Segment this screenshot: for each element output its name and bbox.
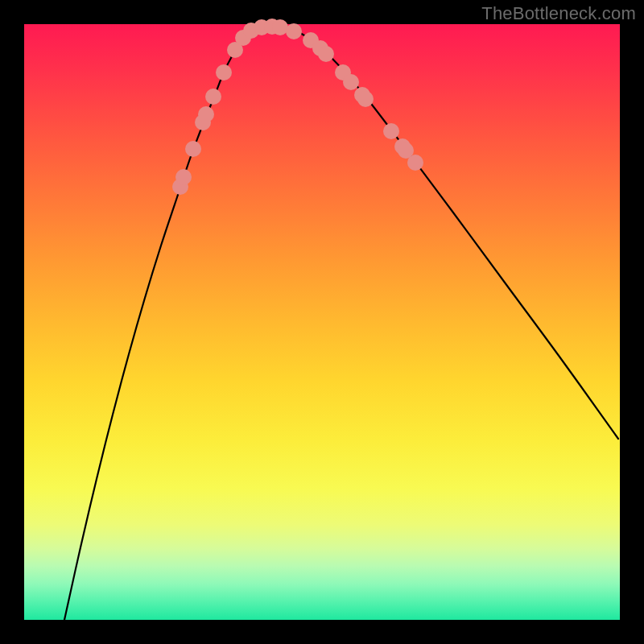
bottleneck-curve	[64, 27, 618, 620]
curve-marker	[357, 91, 374, 107]
chart-svg	[24, 24, 620, 620]
curve-marker	[272, 19, 288, 35]
curve-marker	[383, 123, 399, 139]
curve-marker	[175, 169, 192, 185]
curve-marker	[185, 141, 201, 157]
curve-marker	[205, 89, 221, 105]
watermark-text: TheBottleneck.com	[481, 3, 636, 24]
plot-area	[24, 24, 620, 620]
curve-marker	[343, 74, 359, 90]
curve-marker	[318, 46, 334, 62]
curve-marker	[216, 64, 232, 80]
curve-marker	[407, 155, 423, 171]
chart-frame: TheBottleneck.com	[0, 0, 644, 644]
curve-marker	[286, 23, 302, 39]
curve-marker	[198, 106, 214, 122]
